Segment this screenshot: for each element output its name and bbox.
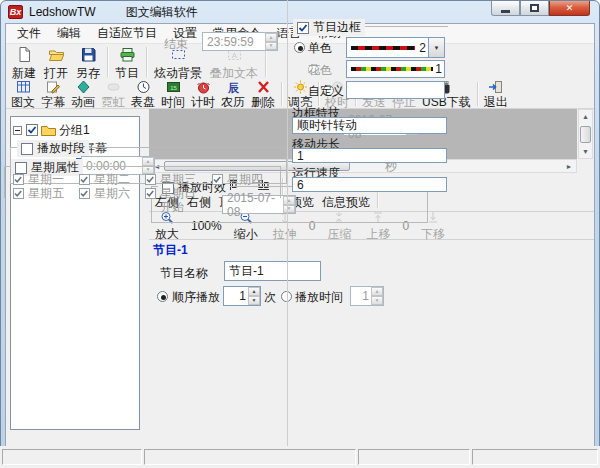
run-speed-input[interactable]: 6 [292,177,447,192]
weekday-saturday: 星期六 [79,185,130,202]
form-right-column: 节目边框 单色 2 ▼ 花色 [290,0,599,468]
app-logo-icon: Bx [8,5,23,19]
weekday-label: 星期五 [28,185,64,202]
multi-color-pattern [351,67,433,71]
button-label: 炫动背景 [154,67,202,79]
document-title: 图文编辑软件 [126,4,198,21]
toolbar-separator [265,47,266,77]
status-panel [2,449,142,465]
folder-icon [40,123,56,137]
button-label: 删除 [251,97,275,108]
dial-clock-button[interactable]: 表盘 [128,80,158,108]
subtitle-button[interactable]: 字幕 [38,80,68,108]
button-label: 新建 [12,67,36,79]
neon-button: 霓虹 [98,80,128,108]
status-panel [144,449,356,465]
spin-up-icon: ▲ [142,157,154,166]
animation-button[interactable]: 动画 [68,80,98,108]
weekday-sunday: 星期日 [145,185,196,202]
single-color-label: 单色 [308,40,332,57]
single-color-value: 2 [419,41,428,55]
weekday-label: 星期四 [227,171,263,188]
status-bar [0,446,600,468]
program-border-checkbox[interactable] [297,22,309,34]
collapse-icon[interactable] [13,126,22,135]
save-icon [80,46,97,66]
menu-adaptive-program[interactable]: 自适应节目 [89,23,165,44]
weekday-checkbox [79,174,90,185]
menu-edit[interactable]: 编辑 [49,23,89,44]
play-order-value: 1 [224,287,248,305]
program-button[interactable]: 节目 [111,45,143,79]
single-color-dropdown[interactable]: 2 ▼ [346,37,445,58]
spin-up-icon: ▲ [265,33,277,42]
play-order-unit: 次 [264,289,276,306]
weekday-checkbox [13,174,24,185]
multi-color-label: 花色 [308,62,332,79]
validity-start-value: 2015-07-08 [223,196,283,213]
play-order-radio[interactable] [157,291,168,302]
play-order-spinner[interactable]: 1 ▲▼ [223,286,261,306]
weekday-thursday: 星期四 [212,171,263,188]
spin-up-icon[interactable]: ▲ [248,287,260,296]
svg-text:15: 15 [170,85,177,91]
weekday-checkbox [212,174,223,185]
save-as-button[interactable]: 另存 [72,45,104,79]
weekday-label: 星期日 [160,185,196,202]
toolbar-separator [281,82,282,106]
button-label: 另存 [76,67,100,79]
button-label: 动画 [71,97,95,108]
form-divider [287,0,288,468]
button-label: 叠加文本 [210,67,258,79]
program-name-label: 节目名称 [160,265,208,282]
graphic-text-button[interactable]: 图文 [8,80,38,108]
button-label: 表盘 [131,97,155,108]
spin-down-icon: ▼ [265,42,277,51]
new-file-icon [16,46,33,66]
time-button[interactable]: 15 时间 [158,80,188,108]
button-label: 打开 [44,67,68,79]
play-timespan-caption: 播放时段 [17,140,89,157]
tree-item-group[interactable]: 分组1 [13,121,137,139]
button-label: 缩小 [234,228,258,240]
button-label: 字幕 [41,97,65,108]
open-folder-icon [48,46,65,66]
weekday-checkbox [145,174,156,185]
border-effect-input[interactable]: 顺时针转动 [292,117,447,134]
new-button[interactable]: 新建 [8,45,40,79]
weekday-checkbox [13,188,24,199]
weekday-checkbox [79,188,90,199]
svg-text:A: A [231,50,237,59]
timespan-end-value: 23:59:59 [203,33,265,50]
menu-file[interactable]: 文件 [9,23,49,44]
single-color-pattern [351,46,415,50]
button-label: 时间 [161,97,185,108]
single-color-radio[interactable] [294,42,305,53]
delete-button[interactable]: 删除 [248,80,278,108]
play-order-label: 顺序播放 [172,289,220,306]
program-border-caption: 节目边框 [293,19,365,36]
section-title: 节目-1 [153,242,188,259]
timespan-end-time: 23:59:59 ▲▼ [202,32,278,51]
play-timespan-title: 播放时段 [37,140,85,157]
tree-checkbox[interactable] [26,124,38,136]
move-step-input[interactable]: 1 [292,148,447,163]
lunar-calendar-button[interactable]: 辰 农历 [218,80,248,108]
spin-down-icon[interactable]: ▼ [248,296,260,305]
button-label: 节目 [115,67,139,79]
open-button[interactable]: 打开 [40,45,72,79]
toolbar-separator [107,47,108,77]
week-group: 星期属性 星期一 星期二 [4,166,281,198]
timer-button[interactable]: 计时 [188,80,218,108]
chevron-down-icon[interactable]: ▼ [428,38,444,57]
program-border-group: 节目边框 单色 2 ▼ 花色 [291,26,448,102]
button-label: 图文 [11,97,35,108]
app-title: LedshowTW [29,5,96,19]
toolbar-separator [146,47,147,77]
spinner-buttons: ▲▼ [265,33,277,50]
play-timespan-checkbox[interactable] [21,143,33,155]
custom-border-input[interactable] [346,81,445,99]
tree-item-label: 分组1 [59,122,90,139]
multi-color-box: 1 [346,60,445,78]
status-panel [358,449,470,465]
